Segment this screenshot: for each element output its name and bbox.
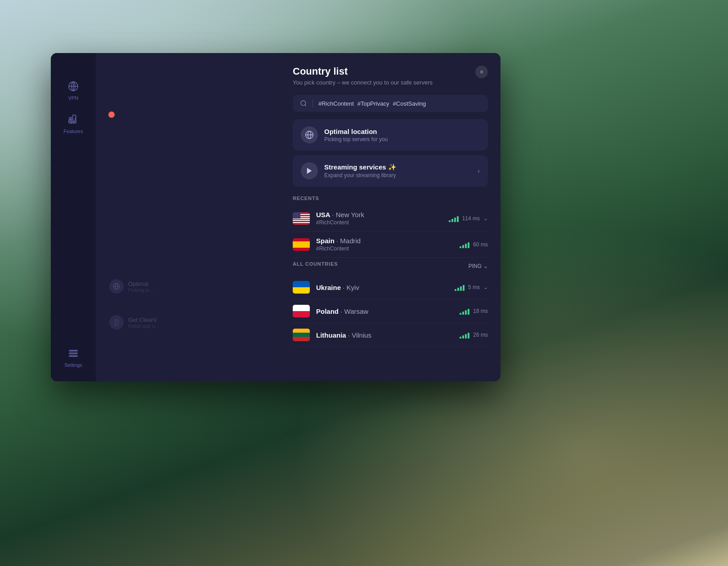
ping-value-poland: 18 ms (473, 308, 488, 314)
country-tag-usa: #RichContent (316, 219, 364, 226)
ping-bar-2 (462, 335, 464, 339)
sidebar-features-label: Features (63, 129, 83, 134)
sidebar-vpn-label: VPN (68, 95, 79, 101)
traffic-light-close[interactable] (108, 111, 115, 118)
settings-icon (67, 347, 80, 360)
country-row-spain[interactable]: Spain · Madrid #RichContent 60 ms (293, 232, 488, 258)
panel-content[interactable]: Optimal location Picking top servers for… (280, 119, 500, 381)
country-ping-lithuania: 26 ms (460, 331, 488, 339)
country-row-lithuania[interactable]: Lithuania · Vilnius 26 ms (293, 323, 488, 347)
optimal-text-block: Optimal location Picking top servers for… (324, 128, 388, 143)
ping-bar-3 (465, 310, 467, 315)
panel-subtitle: You pick country – we connect you to our… (293, 79, 433, 86)
sidebar-item-features[interactable]: Features (57, 109, 89, 138)
flag-ukraine (293, 281, 310, 294)
streaming-services-card[interactable]: Streaming services ✨ Expand your streami… (293, 155, 488, 187)
flag-lithuania (293, 329, 310, 341)
ghost-getclear-sub: Install app o... (128, 323, 159, 329)
search-bar: #RichContent #TopPrivacy #CostSaving (280, 95, 500, 119)
country-row-usa[interactable]: USA · New York #RichContent 114 ms (293, 205, 488, 232)
country-ping-spain: 60 ms (460, 241, 488, 248)
ping-bar-2 (451, 219, 453, 222)
sidebar-item-vpn[interactable]: VPN (57, 76, 89, 105)
search-icon (300, 100, 307, 107)
ping-sort-button[interactable]: PING ⌄ (469, 263, 488, 269)
filter-tag-top-privacy[interactable]: #TopPrivacy (357, 100, 389, 107)
svg-marker-17 (307, 168, 312, 174)
filter-tag-rich-content[interactable]: #RichContent (318, 100, 354, 107)
country-name-lithuania: Lithuania · Vilnius (316, 331, 371, 339)
ping-bar-3 (465, 244, 467, 248)
svg-rect-5 (69, 353, 77, 354)
ping-bar-1 (460, 337, 461, 339)
ping-bars-lithuania (460, 331, 469, 339)
flag-usa (293, 212, 310, 225)
ping-sort-chevron-icon: ⌄ (483, 263, 488, 269)
ghost-getclear-text: Get ClearV (128, 316, 159, 323)
country-ping-usa: 114 ms ⌄ (449, 215, 488, 222)
country-tag-spain: #RichContent (316, 245, 361, 252)
ping-value-ukraine: 5 ms (468, 284, 480, 290)
streaming-play-icon (301, 162, 318, 179)
ping-sort-label: PING (469, 263, 482, 269)
country-row-poland[interactable]: Poland · Warsaw 18 ms (293, 299, 488, 323)
country-info-ukraine: Ukraine · Kyiv (316, 284, 359, 291)
optimal-location-card[interactable]: Optimal location Picking top servers for… (293, 119, 488, 151)
ping-bar-4 (468, 333, 469, 339)
ping-bar-3 (465, 334, 467, 339)
country-panel: Country list You pick country – we conne… (280, 53, 500, 381)
sidebar-item-settings[interactable]: Settings (57, 343, 89, 372)
ping-bar-2 (457, 288, 459, 291)
country-name-usa: USA · New York (316, 211, 364, 218)
ping-bars-spain (460, 241, 469, 248)
ping-bar-1 (460, 313, 461, 315)
ghost-optimal-text: Optimal (128, 281, 154, 287)
country-info-lithuania: Lithuania · Vilnius (316, 331, 371, 339)
flag-poland (293, 305, 310, 317)
country-name-ukraine: Ukraine · Kyiv (316, 284, 359, 291)
expand-chevron-usa[interactable]: ⌄ (483, 215, 488, 222)
sidebar: VPN Features Settings (51, 53, 96, 381)
ping-bars-ukraine (455, 284, 464, 291)
ping-bar-4 (463, 285, 464, 291)
search-divider (313, 99, 313, 107)
optimal-title: Optimal location (324, 128, 388, 135)
streaming-title: Streaming services ✨ (324, 163, 397, 171)
streaming-chevron-icon: › (478, 167, 480, 174)
svg-rect-10 (115, 320, 118, 325)
ping-bar-1 (449, 220, 451, 222)
country-ping-ukraine: 5 ms ⌄ (455, 284, 488, 291)
all-countries-label: ALL COUNTRIES (293, 261, 338, 267)
ping-bar-2 (462, 245, 464, 248)
expand-chevron-ukraine[interactable]: ⌄ (483, 284, 488, 290)
ping-bar-4 (468, 242, 469, 248)
ping-bar-3 (454, 218, 456, 222)
app-window: VPN Features Settings (51, 53, 500, 381)
ghost-optimal-sub: Picking to... (128, 287, 154, 293)
ping-bars-usa (449, 215, 459, 222)
panel-header: Country list You pick country – we conne… (280, 53, 500, 95)
ping-bar-4 (457, 216, 459, 222)
country-name-spain: Spain · Madrid (316, 237, 361, 245)
main-area: Optimal Picking to... Get ClearV Install… (96, 53, 500, 381)
ping-bar-2 (462, 312, 464, 315)
svg-line-13 (305, 105, 306, 106)
ping-bar-1 (455, 289, 456, 291)
country-info-usa: USA · New York #RichContent (316, 211, 364, 226)
close-button[interactable]: × (475, 66, 488, 78)
svg-rect-4 (69, 350, 77, 351)
filter-tag-cost-saving[interactable]: #CostSaving (393, 100, 426, 107)
ghost-optimal-location: Optimal Picking to... (109, 279, 154, 294)
globe-icon (67, 80, 80, 93)
country-row-ukraine[interactable]: Ukraine · Kyiv 5 ms ⌄ (293, 276, 488, 299)
optimal-globe-icon (301, 126, 318, 143)
all-countries-header: ALL COUNTRIES PING ⌄ (293, 261, 488, 271)
country-info-poland: Poland · Warsaw (316, 308, 368, 315)
ping-value-lithuania: 26 ms (473, 332, 488, 338)
panel-title: Country list (293, 66, 433, 77)
svg-point-12 (301, 101, 306, 106)
ghost-globe-icon (109, 279, 124, 294)
ghost-getclear: Get ClearV Install app o... (109, 315, 159, 330)
streaming-text-block: Streaming services ✨ Expand your streami… (324, 163, 397, 178)
ping-value-usa: 114 ms (462, 215, 480, 222)
